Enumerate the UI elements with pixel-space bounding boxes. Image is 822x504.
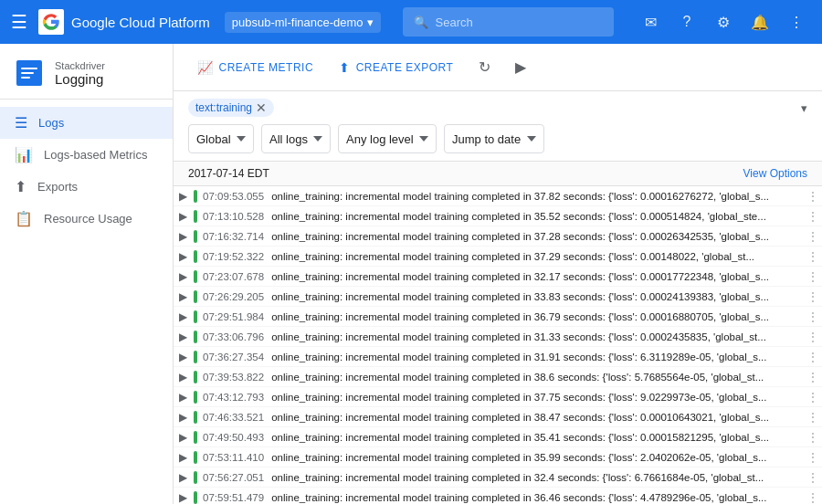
main-layout: Stackdriver Logging ☰ Logs 📊 Logs-based …: [0, 44, 822, 504]
log-row[interactable]: ▶ 07:43:12.793online_training: increment…: [174, 387, 822, 407]
log-menu-icon[interactable]: ⋮: [804, 331, 822, 343]
log-row[interactable]: ▶ 07:36:27.354online_training: increment…: [174, 347, 822, 367]
log-expand-icon[interactable]: ▶: [174, 351, 192, 363]
log-menu-icon[interactable]: ⋮: [804, 451, 822, 464]
project-name: pubsub-ml-finance-demo: [232, 16, 364, 29]
more-icon[interactable]: ⋮: [782, 7, 811, 37]
menu-icon[interactable]: ☰: [11, 11, 27, 33]
log-filter[interactable]: All logs: [261, 124, 331, 153]
log-menu-icon[interactable]: ⋮: [804, 491, 822, 504]
sidebar-item-logs-based-metrics[interactable]: 📊 Logs-based Metrics: [0, 139, 173, 171]
log-time: 07:39:53.822: [203, 372, 264, 383]
log-row[interactable]: ▶ 07:26:29.205online_training: increment…: [174, 287, 822, 307]
log-level-indicator: [192, 270, 199, 283]
log-row[interactable]: ▶ 07:59:51.479online_training: increment…: [174, 488, 822, 504]
log-expand-icon[interactable]: ▶: [174, 371, 192, 383]
sidebar-item-exports[interactable]: ⬆ Exports: [0, 171, 173, 203]
main-content: 📈 CREATE METRIC ⬆ CREATE EXPORT ↻ ▶ text…: [174, 44, 822, 504]
create-metric-button[interactable]: 📈 CREATE METRIC: [188, 55, 322, 80]
log-time: 07:53:11.410: [203, 452, 264, 463]
log-content: 07:33:06.796online_training: incremental…: [203, 331, 804, 342]
log-row[interactable]: ▶ 07:19:52.322online_training: increment…: [174, 247, 822, 267]
log-level-indicator: [192, 310, 199, 323]
search-icon: 🔍: [414, 16, 428, 29]
log-date: 2017-07-14 EDT: [188, 167, 269, 180]
jump-to-date-filter[interactable]: Jump to date: [444, 124, 544, 153]
settings-icon[interactable]: ⚙: [709, 7, 738, 37]
resource-filter[interactable]: Global: [188, 124, 254, 153]
log-expand-icon[interactable]: ▶: [174, 190, 192, 203]
log-expand-icon[interactable]: ▶: [174, 230, 192, 243]
notifications-icon[interactable]: 🔔: [745, 7, 775, 37]
log-content: 07:13:10.528online_training: incremental…: [203, 211, 804, 222]
log-expand-icon[interactable]: ▶: [174, 210, 192, 223]
play-button[interactable]: ▶: [506, 53, 535, 82]
email-icon[interactable]: ✉: [636, 7, 665, 37]
sidebar-item-resource-usage[interactable]: 📋 Resource Usage: [0, 203, 173, 235]
chart-icon: 📈: [197, 60, 214, 75]
log-content: 07:26:29.205online_training: incremental…: [203, 291, 804, 302]
log-menu-icon[interactable]: ⋮: [804, 250, 822, 263]
log-menu-icon[interactable]: ⋮: [804, 351, 822, 363]
log-row[interactable]: ▶ 07:56:27.051online_training: increment…: [174, 467, 822, 488]
toolbar: 📈 CREATE METRIC ⬆ CREATE EXPORT ↻ ▶: [174, 44, 822, 91]
log-menu-icon[interactable]: ⋮: [804, 411, 822, 424]
log-row[interactable]: ▶ 07:33:06.796online_training: increment…: [174, 327, 822, 347]
search-input[interactable]: [436, 16, 603, 29]
log-menu-icon[interactable]: ⋮: [804, 471, 822, 484]
filter-expand[interactable]: ▾: [801, 101, 807, 115]
log-time: 07:29:51.984: [203, 311, 264, 322]
log-time: 07:59:51.479: [203, 492, 264, 503]
log-expand-icon[interactable]: ▶: [174, 391, 192, 404]
log-content: 07:53:11.410online_training: incremental…: [203, 452, 804, 463]
log-menu-icon[interactable]: ⋮: [804, 190, 822, 203]
log-expand-icon[interactable]: ▶: [174, 471, 192, 484]
log-content: 07:29:51.984online_training: incremental…: [203, 311, 804, 322]
log-menu-icon[interactable]: ⋮: [804, 270, 822, 283]
log-menu-icon[interactable]: ⋮: [804, 371, 822, 383]
log-expand-icon[interactable]: ▶: [174, 250, 192, 263]
log-row[interactable]: ▶ 07:16:32.714online_training: increment…: [174, 226, 822, 247]
log-expand-icon[interactable]: ▶: [174, 310, 192, 323]
log-row[interactable]: ▶ 07:39:53.822online_training: increment…: [174, 367, 822, 387]
log-expand-icon[interactable]: ▶: [174, 491, 192, 504]
filter-area: text:training ✕ ▾ Global All logs Any lo…: [174, 91, 822, 162]
log-row[interactable]: ▶ 07:09:53.055online_training: increment…: [174, 186, 822, 206]
log-expand-icon[interactable]: ▶: [174, 411, 192, 424]
create-export-label: CREATE EXPORT: [356, 61, 454, 74]
log-menu-icon[interactable]: ⋮: [804, 391, 822, 404]
log-expand-icon[interactable]: ▶: [174, 431, 192, 444]
log-time: 07:46:33.521: [203, 412, 264, 423]
metrics-icon: 📊: [15, 146, 33, 163]
log-row[interactable]: ▶ 07:13:10.528online_training: increment…: [174, 206, 822, 226]
log-row[interactable]: ▶ 07:49:50.493online_training: increment…: [174, 427, 822, 447]
log-row[interactable]: ▶ 07:23:07.678online_training: increment…: [174, 267, 822, 287]
log-level-indicator: [192, 210, 199, 223]
log-time: 07:23:07.678: [203, 271, 264, 282]
log-row[interactable]: ▶ 07:29:51.984online_training: increment…: [174, 307, 822, 327]
help-icon[interactable]: ?: [672, 7, 701, 37]
log-menu-icon[interactable]: ⋮: [804, 290, 822, 303]
log-menu-icon[interactable]: ⋮: [804, 431, 822, 444]
create-export-button[interactable]: ⬆ CREATE EXPORT: [330, 55, 462, 80]
filter-row: Global All logs Any log level Jump to da…: [188, 124, 807, 153]
log-time: 07:36:27.354: [203, 352, 264, 362]
exports-icon: ⬆: [15, 178, 26, 195]
log-expand-icon[interactable]: ▶: [174, 270, 192, 283]
view-options-button[interactable]: View Options: [743, 167, 807, 180]
log-expand-icon[interactable]: ▶: [174, 290, 192, 303]
refresh-button[interactable]: ↻: [469, 53, 499, 82]
log-level-filter[interactable]: Any log level: [338, 124, 437, 153]
log-content: 07:19:52.322online_training: incremental…: [203, 251, 804, 262]
filter-tag-close[interactable]: ✕: [256, 100, 267, 115]
log-menu-icon[interactable]: ⋮: [804, 230, 822, 243]
log-menu-icon[interactable]: ⋮: [804, 310, 822, 323]
log-expand-icon[interactable]: ▶: [174, 451, 192, 464]
log-row[interactable]: ▶ 07:53:11.410online_training: increment…: [174, 447, 822, 467]
sidebar-nav: ☰ Logs 📊 Logs-based Metrics ⬆ Exports 📋 …: [0, 100, 173, 504]
sidebar-item-logs[interactable]: ☰ Logs: [0, 107, 173, 139]
log-row[interactable]: ▶ 07:46:33.521online_training: increment…: [174, 407, 822, 427]
project-selector[interactable]: pubsub-ml-finance-demo ▾: [225, 12, 381, 33]
log-menu-icon[interactable]: ⋮: [804, 210, 822, 223]
log-expand-icon[interactable]: ▶: [174, 331, 192, 343]
